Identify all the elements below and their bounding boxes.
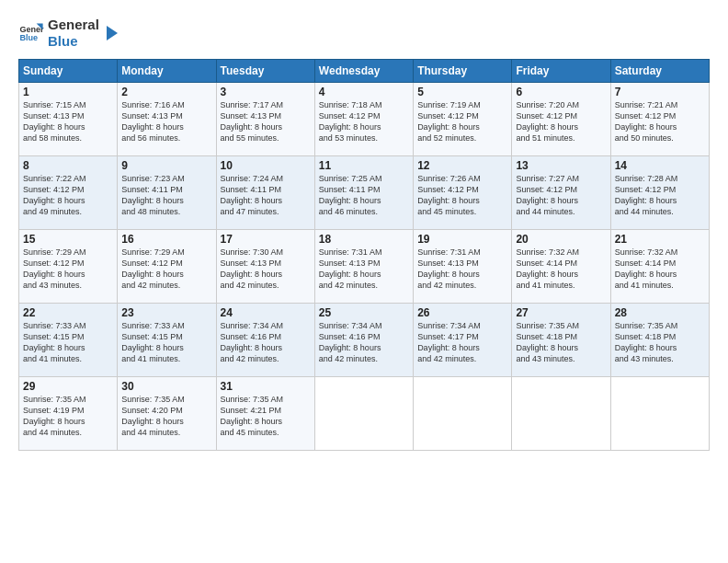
cell-text: Sunrise: 7:20 AM Sunset: 4:12 PM Dayligh… — [516, 99, 606, 144]
calendar-cell: 17Sunrise: 7:30 AM Sunset: 4:13 PM Dayli… — [216, 230, 314, 304]
day-number: 24 — [221, 306, 311, 319]
logo-blue: Blue — [48, 33, 99, 50]
cell-text: Sunrise: 7:32 AM Sunset: 4:14 PM Dayligh… — [516, 247, 606, 292]
calendar-cell: 15Sunrise: 7:29 AM Sunset: 4:12 PM Dayli… — [19, 230, 118, 304]
col-header-thursday: Thursday — [414, 60, 512, 83]
day-number: 7 — [615, 86, 705, 98]
cell-text: Sunrise: 7:28 AM Sunset: 4:12 PM Dayligh… — [615, 173, 705, 218]
day-number: 21 — [615, 233, 705, 246]
cell-text: Sunrise: 7:34 AM Sunset: 4:16 PM Dayligh… — [221, 320, 311, 365]
cell-text: Sunrise: 7:35 AM Sunset: 4:18 PM Dayligh… — [516, 320, 606, 365]
calendar-cell: 29Sunrise: 7:35 AM Sunset: 4:19 PM Dayli… — [19, 377, 118, 451]
calendar-cell: 13Sunrise: 7:27 AM Sunset: 4:12 PM Dayli… — [512, 156, 610, 230]
calendar-cell — [610, 377, 709, 451]
col-header-monday: Monday — [118, 60, 216, 83]
cell-text: Sunrise: 7:34 AM Sunset: 4:17 PM Dayligh… — [417, 320, 507, 365]
cell-text: Sunrise: 7:27 AM Sunset: 4:12 PM Dayligh… — [516, 173, 606, 218]
day-number: 31 — [221, 380, 311, 393]
cell-text: Sunrise: 7:17 AM Sunset: 4:13 PM Dayligh… — [221, 99, 311, 144]
calendar-cell: 3Sunrise: 7:17 AM Sunset: 4:13 PM Daylig… — [216, 83, 314, 156]
day-number: 6 — [516, 86, 606, 98]
calendar-cell: 23Sunrise: 7:33 AM Sunset: 4:15 PM Dayli… — [118, 304, 216, 377]
calendar-cell — [314, 377, 413, 451]
day-number: 4 — [319, 86, 409, 98]
day-number: 22 — [23, 306, 113, 319]
calendar-cell: 11Sunrise: 7:25 AM Sunset: 4:11 PM Dayli… — [314, 156, 413, 230]
calendar-week-row: 15Sunrise: 7:29 AM Sunset: 4:12 PM Dayli… — [19, 230, 710, 304]
day-number: 30 — [121, 380, 211, 393]
calendar-cell: 10Sunrise: 7:24 AM Sunset: 4:11 PM Dayli… — [216, 156, 314, 230]
day-number: 27 — [516, 306, 606, 319]
cell-text: Sunrise: 7:29 AM Sunset: 4:12 PM Dayligh… — [23, 247, 113, 292]
cell-text: Sunrise: 7:35 AM Sunset: 4:21 PM Dayligh… — [221, 394, 311, 439]
cell-text: Sunrise: 7:35 AM Sunset: 4:18 PM Dayligh… — [615, 320, 705, 365]
header: General Blue General Blue — [18, 17, 710, 50]
calendar-cell: 31Sunrise: 7:35 AM Sunset: 4:21 PM Dayli… — [216, 377, 314, 451]
day-number: 23 — [121, 306, 211, 319]
calendar-header-row: SundayMondayTuesdayWednesdayThursdayFrid… — [19, 60, 710, 83]
col-header-saturday: Saturday — [610, 60, 709, 83]
logo-arrow-icon — [103, 24, 121, 42]
calendar-cell: 28Sunrise: 7:35 AM Sunset: 4:18 PM Dayli… — [610, 304, 709, 377]
day-number: 18 — [319, 233, 409, 246]
col-header-wednesday: Wednesday — [314, 60, 413, 83]
calendar-cell: 21Sunrise: 7:32 AM Sunset: 4:14 PM Dayli… — [610, 230, 709, 304]
calendar-cell: 22Sunrise: 7:33 AM Sunset: 4:15 PM Dayli… — [19, 304, 118, 377]
day-number: 3 — [221, 86, 311, 98]
calendar-cell: 26Sunrise: 7:34 AM Sunset: 4:17 PM Dayli… — [414, 304, 512, 377]
day-number: 8 — [23, 159, 113, 172]
calendar-table: SundayMondayTuesdayWednesdayThursdayFrid… — [18, 59, 710, 451]
day-number: 9 — [121, 159, 211, 172]
calendar-cell: 20Sunrise: 7:32 AM Sunset: 4:14 PM Dayli… — [512, 230, 610, 304]
calendar-cell — [512, 377, 610, 451]
day-number: 19 — [417, 233, 507, 246]
cell-text: Sunrise: 7:24 AM Sunset: 4:11 PM Dayligh… — [221, 173, 311, 218]
calendar-cell: 8Sunrise: 7:22 AM Sunset: 4:12 PM Daylig… — [19, 156, 118, 230]
day-number: 26 — [417, 306, 507, 319]
cell-text: Sunrise: 7:31 AM Sunset: 4:13 PM Dayligh… — [319, 247, 409, 292]
day-number: 28 — [615, 306, 705, 319]
calendar-cell: 4Sunrise: 7:18 AM Sunset: 4:12 PM Daylig… — [314, 83, 413, 156]
col-header-sunday: Sunday — [19, 60, 118, 83]
day-number: 20 — [516, 233, 606, 246]
cell-text: Sunrise: 7:35 AM Sunset: 4:20 PM Dayligh… — [121, 394, 211, 439]
cell-text: Sunrise: 7:35 AM Sunset: 4:19 PM Dayligh… — [23, 394, 113, 439]
day-number: 2 — [121, 86, 211, 98]
svg-text:Blue: Blue — [19, 33, 38, 42]
calendar-cell: 14Sunrise: 7:28 AM Sunset: 4:12 PM Dayli… — [610, 156, 709, 230]
day-number: 5 — [417, 86, 507, 98]
col-header-tuesday: Tuesday — [216, 60, 314, 83]
cell-text: Sunrise: 7:31 AM Sunset: 4:13 PM Dayligh… — [417, 247, 507, 292]
calendar-cell: 1Sunrise: 7:15 AM Sunset: 4:13 PM Daylig… — [19, 83, 118, 156]
calendar-cell: 12Sunrise: 7:26 AM Sunset: 4:12 PM Dayli… — [414, 156, 512, 230]
calendar-cell: 19Sunrise: 7:31 AM Sunset: 4:13 PM Dayli… — [414, 230, 512, 304]
calendar-cell: 16Sunrise: 7:29 AM Sunset: 4:12 PM Dayli… — [118, 230, 216, 304]
day-number: 17 — [221, 233, 311, 246]
day-number: 1 — [23, 86, 113, 98]
day-number: 25 — [319, 306, 409, 319]
calendar-week-row: 1Sunrise: 7:15 AM Sunset: 4:13 PM Daylig… — [19, 83, 710, 156]
cell-text: Sunrise: 7:18 AM Sunset: 4:12 PM Dayligh… — [319, 99, 409, 144]
calendar-cell: 24Sunrise: 7:34 AM Sunset: 4:16 PM Dayli… — [216, 304, 314, 377]
calendar-cell: 7Sunrise: 7:21 AM Sunset: 4:12 PM Daylig… — [610, 83, 709, 156]
day-number: 13 — [516, 159, 606, 172]
logo-icon: General Blue — [18, 20, 44, 46]
cell-text: Sunrise: 7:33 AM Sunset: 4:15 PM Dayligh… — [121, 320, 211, 365]
cell-text: Sunrise: 7:22 AM Sunset: 4:12 PM Dayligh… — [23, 173, 113, 218]
cell-text: Sunrise: 7:15 AM Sunset: 4:13 PM Dayligh… — [23, 99, 113, 144]
cell-text: Sunrise: 7:30 AM Sunset: 4:13 PM Dayligh… — [221, 247, 311, 292]
day-number: 16 — [121, 233, 211, 246]
logo: General Blue General Blue — [18, 17, 121, 50]
cell-text: Sunrise: 7:23 AM Sunset: 4:11 PM Dayligh… — [121, 173, 211, 218]
calendar-page: General Blue General Blue SundayMondayTu… — [0, 0, 728, 563]
day-number: 10 — [221, 159, 311, 172]
calendar-cell: 6Sunrise: 7:20 AM Sunset: 4:12 PM Daylig… — [512, 83, 610, 156]
day-number: 29 — [23, 380, 113, 393]
cell-text: Sunrise: 7:19 AM Sunset: 4:12 PM Dayligh… — [417, 99, 507, 144]
day-number: 11 — [319, 159, 409, 172]
cell-text: Sunrise: 7:32 AM Sunset: 4:14 PM Dayligh… — [615, 247, 705, 292]
cell-text: Sunrise: 7:34 AM Sunset: 4:16 PM Dayligh… — [319, 320, 409, 365]
svg-marker-3 — [107, 26, 118, 40]
cell-text: Sunrise: 7:26 AM Sunset: 4:12 PM Dayligh… — [417, 173, 507, 218]
cell-text: Sunrise: 7:21 AM Sunset: 4:12 PM Dayligh… — [615, 99, 705, 144]
